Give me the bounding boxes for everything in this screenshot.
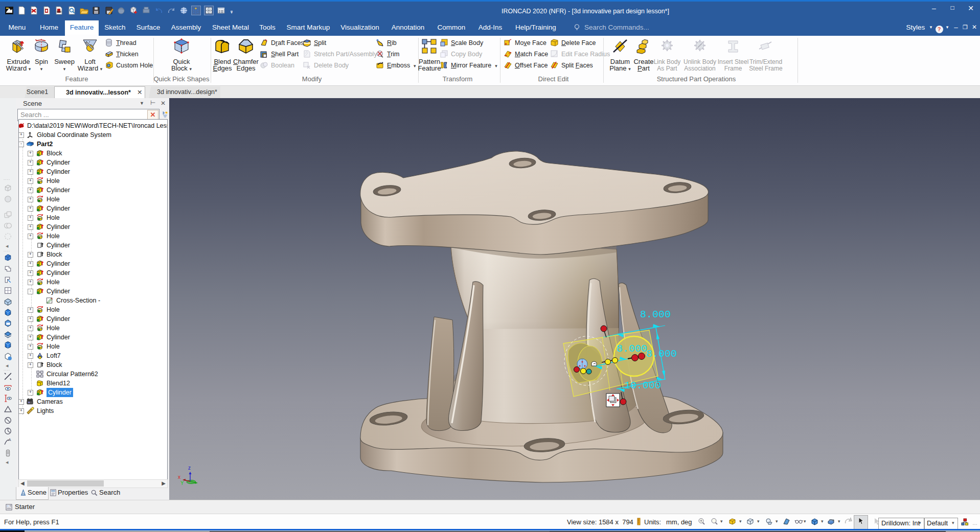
svg-text:Y: Y (180, 480, 184, 486)
svg-text:z: z (188, 465, 191, 471)
svg-text:8.000: 8.000 (640, 309, 671, 320)
svg-text:10.000: 10.000 (624, 380, 661, 391)
svg-text:x: x (178, 474, 180, 480)
svg-text:A: A (9, 438, 11, 443)
svg-text:8.000: 8.000 (646, 348, 677, 360)
